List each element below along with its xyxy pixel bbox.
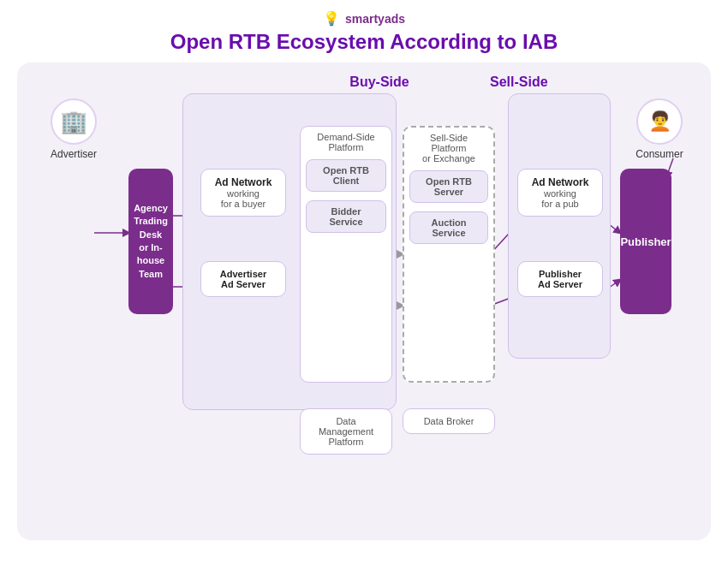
- publisher-ad-server-label: PublisherAd Server: [525, 269, 595, 289]
- agency-box: AgencyTrading Deskor In-houseTeam: [128, 169, 173, 314]
- page-title: Open RTB Ecosystem According to IAB: [17, 30, 711, 54]
- consumer-icon: 🧑‍🦱: [636, 98, 683, 145]
- ssp-header: Sell-SidePlatformor Exchange: [409, 133, 488, 164]
- data-broker-box: Data Broker: [403, 408, 495, 434]
- data-mgmt-box: DataManagementPlatform: [300, 408, 392, 455]
- data-mgmt-label: DataManagementPlatform: [307, 416, 385, 447]
- open-rtb-server-box: Open RTBServer: [409, 170, 488, 203]
- buy-side-label: Buy-Side: [281, 74, 478, 90]
- sell-side-label: Sell-Side: [486, 74, 658, 90]
- consumer-column: 🧑‍🦱 Consumer: [627, 98, 692, 160]
- spacer-mid: [478, 74, 486, 90]
- dsp-box: Demand-SidePlatform Open RTBClient Bidde…: [300, 126, 392, 383]
- spacer-left: [33, 74, 281, 90]
- open-rtb-client-label: Open RTBClient: [312, 165, 380, 186]
- ad-network-sell-box: Ad Network workingfor a pub: [517, 169, 603, 217]
- ad-network-buy-subtitle: workingfor a buyer: [208, 188, 278, 209]
- advertiser-label: Advertiser: [51, 148, 97, 160]
- advertiser-column: 🏢 Advertiser: [41, 98, 106, 160]
- ad-network-buy-title: Ad Network: [208, 176, 278, 188]
- publisher-label: Publisher: [620, 235, 671, 248]
- data-broker-label: Data Broker: [410, 416, 487, 426]
- ad-network-sell-subtitle: workingfor a pub: [525, 188, 595, 209]
- advertiser-icon: 🏢: [51, 98, 97, 145]
- advertiser-ad-server-box: AdvertiserAd Server: [200, 261, 286, 297]
- publisher-ad-server-box: PublisherAd Server: [517, 261, 603, 297]
- bidder-service-box: BidderService: [306, 200, 386, 233]
- logo: 💡 smartyads: [323, 10, 405, 27]
- ad-network-buy-box: Ad Network workingfor a buyer: [200, 169, 286, 217]
- diagram-container: Buy-Side Sell-Side 🏢 Advertiser 🧑‍🦱 Cons…: [17, 62, 711, 540]
- logo-icon: 💡: [323, 10, 340, 27]
- open-rtb-server-label: Open RTBServer: [415, 176, 482, 197]
- advertiser-ad-server-title: AdvertiserAd Server: [208, 269, 278, 289]
- dsp-header: Demand-SidePlatform: [306, 132, 386, 152]
- sell-side-inner: [508, 93, 611, 359]
- publisher-box: Publisher: [620, 169, 671, 314]
- agency-label: AgencyTrading Deskor In-houseTeam: [134, 202, 168, 281]
- ssp-box: Sell-SidePlatformor Exchange Open RTBSer…: [403, 126, 495, 383]
- bidder-service-label: BidderService: [312, 206, 380, 227]
- section-labels-row: Buy-Side Sell-Side: [33, 74, 695, 90]
- page: 💡 smartyads Open RTB Ecosystem According…: [0, 0, 728, 565]
- ad-network-sell-title: Ad Network: [525, 176, 595, 188]
- auction-service-box: AuctionService: [409, 211, 488, 244]
- open-rtb-client-box: Open RTBClient: [306, 159, 386, 192]
- header: 💡 smartyads Open RTB Ecosystem According…: [17, 10, 711, 54]
- consumer-label: Consumer: [636, 148, 683, 160]
- auction-service-label: AuctionService: [415, 217, 482, 238]
- logo-text: smartyads: [345, 12, 405, 26]
